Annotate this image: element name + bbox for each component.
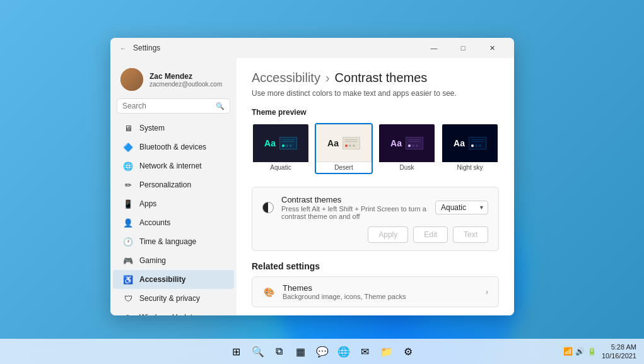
minimize-button[interactable]: — xyxy=(419,38,448,58)
search-input[interactable] xyxy=(122,102,216,110)
edit-button[interactable]: Edit xyxy=(413,226,448,243)
apply-button[interactable]: Apply xyxy=(368,226,408,243)
related-themes-row[interactable]: 🎨 Themes Background image, icons, Theme … xyxy=(252,276,499,307)
contrast-themes-title: Contrast themes xyxy=(281,195,428,204)
contrast-themes-dropdown[interactable]: None Aquatic Desert Dusk Night sky xyxy=(435,201,488,214)
start-button[interactable]: ⊞ xyxy=(228,343,245,360)
sidebar-item-label: System xyxy=(139,124,165,132)
breadcrumb: Accessibility › Contrast themes xyxy=(252,71,499,85)
sidebar-item-network[interactable]: 🌐 Network & internet xyxy=(113,156,234,175)
title-bar: ← Settings — □ ✕ xyxy=(110,38,514,58)
taskbar-date-display: 10/16/2021 xyxy=(602,351,636,360)
dusk-dot1 xyxy=(408,144,411,147)
contrast-themes-description: Press left Alt + left Shift + Print Scre… xyxy=(281,205,428,220)
aquatic-dot3 xyxy=(290,144,292,147)
sidebar-item-label: Personalization xyxy=(139,180,191,189)
bluetooth-icon: 🔷 xyxy=(123,142,133,152)
sidebar-item-apps[interactable]: 📱 Apps xyxy=(113,194,234,213)
nightsky-dot2 xyxy=(475,144,477,147)
update-icon: ⟳ xyxy=(123,312,133,315)
sidebar-item-label: Apps xyxy=(139,199,156,208)
search-taskbar-button[interactable]: 🔍 xyxy=(249,343,267,360)
settings-taskbar-button[interactable]: ⚙ xyxy=(399,343,417,360)
desert-dots xyxy=(345,144,358,147)
sidebar-item-accessibility[interactable]: ♿ Accessibility xyxy=(113,270,234,289)
aquatic-text: Aa xyxy=(264,138,276,148)
breadcrumb-parent[interactable]: Accessibility xyxy=(252,71,320,85)
user-profile[interactable]: Zac Mendez zacmendez@outlook.com xyxy=(110,63,237,98)
close-button[interactable]: ✕ xyxy=(477,38,506,58)
search-box[interactable]: 🔍 xyxy=(117,98,230,114)
text-button[interactable]: Text xyxy=(453,226,488,243)
mail-button[interactable]: ✉ xyxy=(356,343,374,360)
apps-icon: 📱 xyxy=(123,199,133,209)
theme-nightsky-preview: Aa xyxy=(442,124,498,162)
sidebar-item-accounts[interactable]: 👤 Accounts xyxy=(113,213,234,232)
sidebar-item-update[interactable]: ⟳ Windows Update xyxy=(113,308,234,315)
taskbar-right: 📶 🔊 🔋 5:28 AM 10/16/2021 xyxy=(563,343,636,361)
aquatic-dot1 xyxy=(282,144,284,147)
edge-button[interactable]: 🌐 xyxy=(335,343,353,360)
aquatic-dot2 xyxy=(286,144,288,147)
network-tray-icon: 📶 xyxy=(563,347,573,356)
contrast-themes-actions: Apply Edit Text xyxy=(262,226,488,243)
dusk-dot2 xyxy=(412,144,414,147)
sidebar-item-label: Gaming xyxy=(139,256,166,265)
sidebar-item-personalization[interactable]: ✏ Personalization xyxy=(113,175,234,194)
back-button[interactable]: ← xyxy=(118,43,128,53)
chat-button[interactable]: 💬 xyxy=(313,343,331,360)
aquatic-line xyxy=(282,139,295,140)
nightsky-line xyxy=(471,139,484,140)
breadcrumb-separator: › xyxy=(325,71,330,85)
sidebar-item-system[interactable]: 🖥 System xyxy=(113,119,234,138)
themes-icon: 🎨 xyxy=(262,286,275,298)
contrast-icon xyxy=(262,202,274,213)
dusk-box xyxy=(406,137,423,150)
task-view-button[interactable]: ⧉ xyxy=(271,343,288,360)
theme-card-desert[interactable]: Aa Desert xyxy=(315,123,373,174)
taskbar-clock[interactable]: 5:28 AM 10/16/2021 xyxy=(602,343,636,361)
sidebar-item-label: Security & privacy xyxy=(139,294,200,303)
time-icon: 🕐 xyxy=(123,237,133,247)
dusk-text: Aa xyxy=(390,138,402,148)
aquatic-box xyxy=(279,137,297,150)
nightsky-dots xyxy=(471,144,484,147)
widgets-button[interactable]: ▦ xyxy=(292,343,310,360)
sidebar-item-label: Accessibility xyxy=(139,275,185,284)
theme-desert-label: Desert xyxy=(316,162,372,173)
maximize-button[interactable]: □ xyxy=(448,38,477,58)
user-info: Zac Mendez zacmendez@outlook.com xyxy=(149,72,226,88)
taskbar: ⊞ 🔍 ⧉ ▦ 💬 🌐 ✉ 📁 ⚙ 📶 🔊 🔋 5:28 AM 10/16/20… xyxy=(0,339,644,364)
desert-line xyxy=(345,139,358,140)
nightsky-dot3 xyxy=(479,144,481,147)
sidebar-item-bluetooth[interactable]: 🔷 Bluetooth & devices xyxy=(113,138,234,156)
contrast-themes-info: Contrast themes Press left Alt + left Sh… xyxy=(281,195,428,220)
aquatic-line2 xyxy=(282,141,295,142)
systray: 📶 🔊 🔋 xyxy=(563,347,597,356)
aquatic-dots xyxy=(282,144,295,147)
network-icon: 🌐 xyxy=(123,161,133,171)
theme-card-dusk[interactable]: Aa Dusk xyxy=(378,123,436,174)
dusk-line2 xyxy=(408,141,421,142)
sidebar-item-label: Windows Update xyxy=(139,313,197,315)
contrast-themes-control: None Aquatic Desert Dusk Night sky ▼ xyxy=(435,201,488,214)
accounts-icon: 👤 xyxy=(123,218,133,228)
explorer-button[interactable]: 📁 xyxy=(378,343,395,360)
sidebar-item-time[interactable]: 🕐 Time & language xyxy=(113,232,234,251)
desert-box xyxy=(342,137,360,150)
search-icon: 🔍 xyxy=(216,102,225,110)
theme-dusk-label: Dusk xyxy=(379,162,435,173)
theme-card-aquatic[interactable]: Aa Aquatic xyxy=(252,123,310,174)
main-area: Zac Mendez zacmendez@outlook.com 🔍 🖥 Sys… xyxy=(110,58,514,315)
sidebar-item-security[interactable]: 🛡 Security & privacy xyxy=(113,289,234,308)
theme-nightsky-label: Night sky xyxy=(442,162,498,173)
theme-card-nightsky[interactable]: Aa Night sky xyxy=(441,123,499,174)
content-area: Accessibility › Contrast themes Use more… xyxy=(237,58,514,315)
chevron-right-icon: › xyxy=(486,288,488,296)
desert-dot1 xyxy=(345,144,348,147)
dusk-dots xyxy=(408,144,421,147)
settings-window: ← Settings — □ ✕ Zac Mendez zac xyxy=(110,38,514,315)
desktop: ← Settings — □ ✕ Zac Mendez zac xyxy=(0,0,644,364)
sidebar-item-gaming[interactable]: 🎮 Gaming xyxy=(113,251,234,270)
theme-aquatic-preview: Aa xyxy=(253,124,308,162)
